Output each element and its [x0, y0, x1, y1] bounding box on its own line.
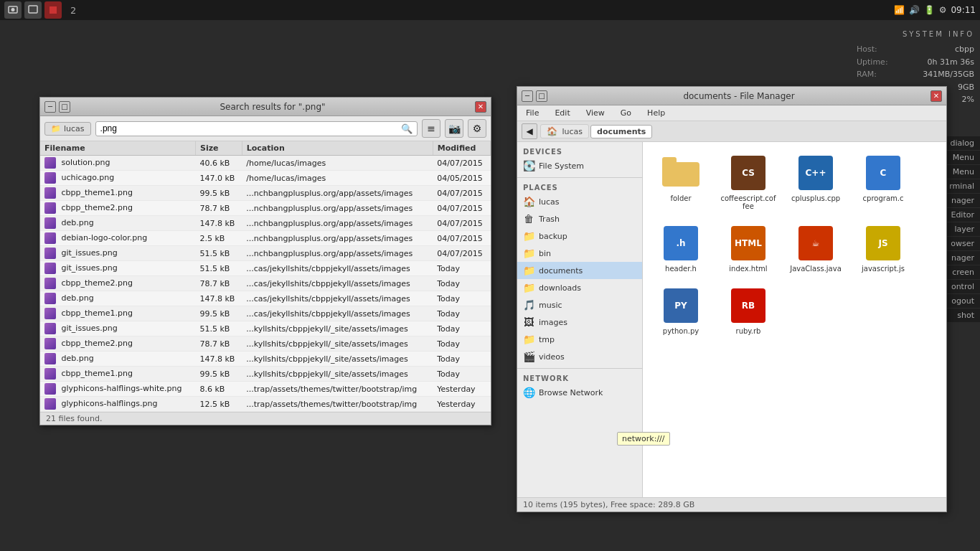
- places-section-title: PLACES: [517, 181, 642, 193]
- table-row[interactable]: solution.png 40.6 kB /home/lucas/images …: [40, 156, 491, 171]
- search-maximize-btn[interactable]: □: [59, 101, 70, 113]
- table-row[interactable]: cbpp_theme1.png 99.5 kB ...kyllshits/cbp…: [40, 367, 491, 382]
- file-size: 2.5 kB: [195, 231, 242, 246]
- workspace-number: 2: [70, 5, 76, 16]
- file-name: git_issues.png: [62, 248, 118, 258]
- file-location: ...kyllshits/cbppjekyll/_site/assets/ima…: [242, 321, 433, 336]
- sidebar-item-downloads[interactable]: 📁 downloads: [517, 279, 642, 296]
- col-size[interactable]: Size: [195, 141, 242, 156]
- list-item[interactable]: ☕ JavaClass.java: [783, 218, 848, 278]
- camera-btn[interactable]: 📷: [445, 119, 463, 138]
- taskbar-icon-screenshot[interactable]: [4, 1, 22, 19]
- list-item[interactable]: C++ cplusplus.cpp: [783, 148, 848, 215]
- taskbar-icon-red[interactable]: [44, 1, 62, 19]
- file-name-cell: git_issues.png: [40, 246, 195, 261]
- col-filename[interactable]: Filename: [40, 141, 195, 156]
- fm-status-text: 10 items (195 bytes), Free space: 289.8 …: [523, 500, 694, 509]
- file-size: 51.5 kB: [195, 261, 242, 276]
- sidebar-images-label: images: [539, 318, 567, 327]
- sidebar-item-tmp[interactable]: 📁 tmp: [517, 331, 642, 348]
- file-modified: Today: [433, 306, 490, 321]
- table-row[interactable]: deb.png 147.8 kB ...kyllshits/cbppjekyll…: [40, 352, 491, 367]
- fm-menu-go[interactable]: Go: [616, 107, 636, 119]
- lucas-icon: 🏠: [523, 196, 534, 207]
- table-row[interactable]: deb.png 147.8 kB ...nchbangplusplus.org/…: [40, 216, 491, 231]
- table-row[interactable]: cbpp_theme2.png 78.7 kB ...cas/jekyllshi…: [40, 276, 491, 291]
- table-row[interactable]: uchicago.png 147.0 kB /home/lucas/images…: [40, 171, 491, 186]
- fm-close-btn[interactable]: ✕: [930, 90, 942, 102]
- file-icon: [44, 368, 56, 380]
- file-label: header.h: [665, 265, 697, 273]
- col-modified[interactable]: Modified: [433, 141, 490, 156]
- table-row[interactable]: git_issues.png 51.5 kB ...nchbangplusplu…: [40, 246, 491, 261]
- col-location[interactable]: Location: [242, 141, 433, 156]
- fm-menu-help[interactable]: Help: [643, 107, 669, 119]
- taskbar: 2 📶 🔊 🔋 ⚙ 09:11: [0, 0, 980, 20]
- list-item[interactable]: JS javascript.js: [851, 218, 915, 278]
- search-minimize-btn[interactable]: ─: [44, 101, 56, 113]
- list-view-btn[interactable]: ≡: [422, 119, 440, 138]
- table-row[interactable]: git_issues.png 51.5 kB ...cas/jekyllshit…: [40, 261, 491, 276]
- list-item[interactable]: C cprogram.c: [851, 148, 915, 215]
- file-type-icon: PY: [661, 286, 701, 326]
- fm-menu-file[interactable]: File: [522, 107, 543, 119]
- fm-back-btn[interactable]: ◀: [522, 123, 537, 139]
- location-button[interactable]: 📁 lucas: [44, 122, 91, 136]
- file-type-icon: C++: [796, 153, 836, 193]
- fm-file-grid: folder CS coffeescript.coffee C++ cplusp…: [643, 142, 946, 497]
- breadcrumb-lucas[interactable]: 🏠 lucas: [540, 124, 589, 138]
- sidebar-item-trash[interactable]: 🗑 Trash: [517, 210, 642, 227]
- music-icon: 🎵: [523, 299, 534, 311]
- fm-menu-view[interactable]: View: [582, 107, 609, 119]
- list-item[interactable]: HTML index.html: [716, 218, 781, 278]
- table-row[interactable]: glyphicons-halflings.png 12.5 kB ...trap…: [40, 397, 491, 412]
- table-row[interactable]: cbpp_theme2.png 78.7 kB ...kyllshits/cbp…: [40, 336, 491, 352]
- table-row[interactable]: cbpp_theme1.png 99.5 kB ...cas/jekyllshi…: [40, 306, 491, 321]
- fm-breadcrumb: 🏠 lucas documents: [540, 124, 652, 138]
- file-name: cbpp_theme1.png: [62, 309, 133, 318]
- file-location: ...cas/jekyllshits/cbppjekyll/assets/ima…: [242, 306, 433, 321]
- sidebar-item-lucas[interactable]: 🏠 lucas: [517, 193, 642, 210]
- fm-minimize-btn[interactable]: ─: [522, 90, 533, 102]
- table-row[interactable]: glyphicons-halflings-white.png 8.6 kB ..…: [40, 382, 491, 397]
- table-row[interactable]: git_issues.png 51.5 kB ...kyllshits/cbpp…: [40, 321, 491, 336]
- sidebar-item-images[interactable]: 🖼 images: [517, 314, 642, 331]
- sidebar-item-music[interactable]: 🎵 music: [517, 296, 642, 314]
- file-name: solution.png: [62, 158, 110, 167]
- list-item[interactable]: .h header.h: [649, 218, 713, 278]
- list-item[interactable]: CS coffeescript.coffee: [716, 148, 781, 215]
- table-row[interactable]: deb.png 147.8 kB ...cas/jekyllshits/cbpp…: [40, 291, 491, 306]
- trash-icon: 🗑: [523, 213, 534, 225]
- sidebar-item-documents[interactable]: 📁 documents: [517, 262, 642, 279]
- sidebar-item-browse-network[interactable]: 🌐 Browse Network: [517, 384, 642, 401]
- file-label: python.py: [663, 327, 699, 335]
- search-close-btn[interactable]: ✕: [475, 101, 486, 113]
- sidebar-item-filesystem[interactable]: 💽 File System: [517, 157, 642, 174]
- table-row[interactable]: cbpp_theme1.png 99.5 kB ...nchbangpluspl…: [40, 186, 491, 201]
- fm-maximize-btn[interactable]: □: [536, 90, 547, 102]
- clock: 09:11: [951, 5, 976, 15]
- file-size: 51.5 kB: [195, 321, 242, 336]
- breadcrumb-documents[interactable]: documents: [590, 125, 652, 138]
- tooltip-text: network:///: [622, 434, 665, 443]
- table-row[interactable]: debian-logo-color.png 2.5 kB ...nchbangp…: [40, 231, 491, 246]
- settings-btn[interactable]: ⚙: [468, 119, 486, 138]
- list-item[interactable]: PY python.py: [649, 281, 713, 340]
- file-name-cell: cbpp_theme2.png: [40, 201, 195, 216]
- file-name-cell: deb.png: [40, 216, 195, 231]
- search-input[interactable]: [100, 123, 401, 133]
- taskbar-icon-window[interactable]: [24, 1, 42, 19]
- file-location: /home/lucas/images: [242, 156, 433, 171]
- fm-menu-edit[interactable]: Edit: [550, 107, 574, 119]
- sidebar-backup-label: backup: [539, 232, 567, 241]
- sidebar-item-backup[interactable]: 📁 backup: [517, 227, 642, 245]
- list-item[interactable]: RB ruby.rb: [716, 281, 781, 340]
- sidebar-item-bin[interactable]: 📁 bin: [517, 245, 642, 262]
- file-name-cell: cbpp_theme2.png: [40, 276, 195, 291]
- signal-icon: 📶: [894, 5, 905, 15]
- breadcrumb-lucas-icon: 🏠: [547, 126, 557, 136]
- table-row[interactable]: cbpp_theme2.png 78.7 kB ...nchbangpluspl…: [40, 201, 491, 216]
- sidebar-item-videos[interactable]: 🎬 videos: [517, 348, 642, 365]
- list-item[interactable]: folder: [649, 148, 713, 215]
- file-icon: [44, 187, 56, 199]
